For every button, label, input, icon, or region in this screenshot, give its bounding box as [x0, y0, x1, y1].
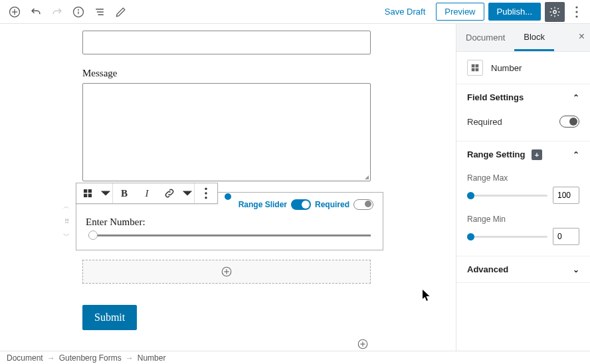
chevron-down-icon: ⌄ — [573, 265, 579, 274]
required-sidebar-toggle[interactable] — [559, 116, 579, 128]
message-textarea[interactable] — [82, 83, 371, 181]
toolbar-right: Save Draft Preview Publish... — [378, 2, 585, 22]
required-label: Required — [467, 117, 502, 127]
toolbar-left — [5, 3, 130, 21]
top-toolbar: Save Draft Preview Publish... — [0, 0, 590, 24]
italic-icon[interactable]: I — [136, 183, 158, 203]
breadcrumb-separator-icon: → — [126, 353, 134, 363]
svg-point-9 — [553, 10, 557, 13]
block-appender[interactable] — [82, 260, 371, 284]
text-input[interactable] — [82, 31, 371, 54]
add-block-bottom-icon[interactable] — [356, 337, 369, 351]
tab-document[interactable]: Document — [456, 24, 514, 51]
close-sidebar-icon[interactable]: × — [579, 31, 585, 43]
block-type-dropdown-icon[interactable] — [99, 183, 112, 203]
svg-rect-27 — [476, 64, 479, 68]
breadcrumb-separator-icon: → — [47, 353, 55, 363]
panel-advanced: Advanced ⌄ — [456, 256, 590, 283]
advanced-title: Advanced — [467, 264, 508, 274]
undo-icon[interactable] — [27, 3, 45, 21]
save-draft-button[interactable]: Save Draft — [378, 3, 432, 21]
resize-handle-icon[interactable] — [362, 173, 369, 179]
breadcrumb: Document → Gutenberg Forms → Number — [0, 351, 590, 364]
publish-button[interactable]: Publish... — [488, 3, 541, 21]
range-max-slider[interactable] — [467, 195, 547, 197]
settings-gear-icon[interactable] — [545, 2, 565, 22]
more-options-icon[interactable] — [569, 2, 585, 22]
block-toolbar: B I — [76, 183, 218, 204]
panel-range-setting-head[interactable]: Range Setting + ⌃ — [456, 141, 590, 168]
settings-sidebar: Document Block × Number Field Settings ⌃… — [456, 24, 590, 351]
svg-rect-14 — [88, 189, 92, 193]
svg-point-10 — [575, 6, 577, 8]
edit-icon[interactable] — [112, 3, 130, 21]
number-block-wrapper: ︿ ⠿ ﹀ B I — [56, 192, 383, 250]
sidebar-tabs: Document Block × — [456, 24, 590, 52]
number-slider[interactable] — [88, 234, 371, 236]
block-more-icon[interactable] — [195, 183, 217, 203]
breadcrumb-item[interactable]: Document — [7, 353, 43, 363]
svg-rect-15 — [84, 194, 87, 197]
svg-point-18 — [205, 192, 207, 194]
outline-icon[interactable] — [90, 3, 109, 21]
block-identity-row: Number — [456, 52, 590, 84]
range-slider-toggle[interactable] — [291, 199, 311, 210]
panel-range-setting: Range Setting + ⌃ Range Max Range Min — [456, 141, 590, 256]
range-min-input[interactable] — [553, 228, 579, 245]
chevron-up-icon: ⌃ — [573, 93, 579, 102]
svg-point-17 — [205, 188, 207, 190]
block-type-icon[interactable] — [76, 183, 99, 203]
required-toggle-label: Required — [315, 200, 349, 209]
svg-rect-26 — [472, 64, 475, 68]
preview-button[interactable]: Preview — [436, 3, 484, 21]
editor-canvas: Message ︿ ⠿ ﹀ B — [0, 24, 456, 351]
add-block-icon[interactable] — [5, 3, 24, 21]
breadcrumb-item[interactable]: Number — [138, 353, 166, 363]
field-settings-title: Field Settings — [467, 92, 524, 102]
text-field-block — [82, 31, 371, 54]
range-min-label: Range Min — [467, 215, 579, 224]
number-block-icon — [467, 60, 483, 76]
redo-icon[interactable] — [48, 3, 66, 21]
required-toggle[interactable] — [353, 199, 373, 210]
message-label: Message — [82, 68, 371, 79]
range-setting-add-icon[interactable]: + — [532, 149, 542, 160]
main-area: Message ︿ ⠿ ﹀ B — [0, 24, 590, 351]
chevron-up-icon: ⌃ — [573, 150, 579, 159]
panel-advanced-head[interactable]: Advanced ⌄ — [456, 256, 590, 282]
plus-icon — [221, 266, 233, 278]
bold-icon[interactable]: B — [113, 183, 136, 203]
move-down-icon[interactable]: ﹀ — [60, 229, 73, 242]
panel-field-settings-head[interactable]: Field Settings ⌃ — [456, 84, 590, 110]
drag-handle-icon[interactable]: ⠿ — [60, 215, 73, 228]
svg-rect-29 — [476, 68, 479, 72]
slider-thumb-icon[interactable] — [88, 230, 98, 240]
info-icon[interactable] — [69, 3, 88, 21]
submit-button[interactable]: Submit — [82, 305, 137, 330]
svg-rect-16 — [88, 194, 92, 197]
svg-point-5 — [78, 9, 79, 10]
svg-point-19 — [205, 197, 207, 199]
link-icon[interactable] — [158, 183, 181, 203]
format-dropdown-icon[interactable] — [181, 183, 194, 203]
block-selection-dot-icon — [225, 193, 231, 200]
svg-rect-28 — [472, 68, 475, 72]
svg-rect-13 — [84, 189, 87, 193]
range-max-label: Range Max — [467, 173, 579, 183]
range-slider-toggle-label: Range Slider — [239, 200, 287, 209]
svg-point-11 — [575, 11, 577, 13]
range-max-input[interactable] — [553, 187, 579, 204]
number-field-label[interactable]: Enter Number: — [86, 217, 373, 228]
range-setting-title: Range Setting — [467, 149, 525, 159]
block-movers: ︿ ⠿ ﹀ — [60, 200, 73, 242]
panel-field-settings: Field Settings ⌃ Required — [456, 84, 590, 141]
svg-point-12 — [575, 15, 577, 17]
message-field-block: Message — [82, 68, 371, 181]
range-min-slider[interactable] — [467, 236, 547, 238]
tab-block[interactable]: Block — [514, 24, 554, 51]
block-name-label: Number — [491, 63, 522, 73]
move-up-icon[interactable]: ︿ — [60, 200, 73, 213]
breadcrumb-item[interactable]: Gutenberg Forms — [59, 353, 122, 363]
